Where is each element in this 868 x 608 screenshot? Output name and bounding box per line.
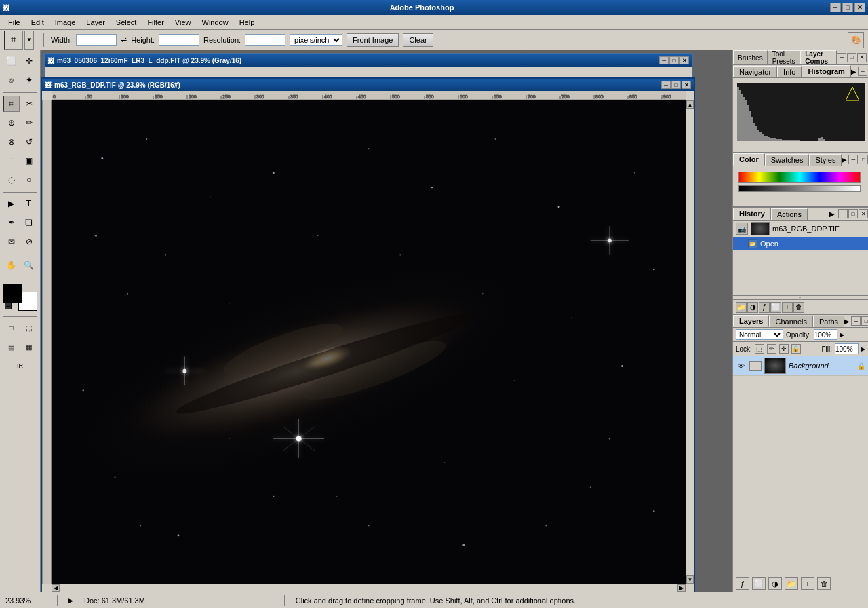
switch-colors-icon[interactable]: ⇄ [5,303,12,309]
h-scrollbar[interactable]: ◀ ▶ [52,584,686,592]
opacity-input[interactable] [814,329,837,340]
width-height-swap-icon[interactable]: ⇌ [121,35,127,44]
scroll-down-btn[interactable]: ▼ [686,575,694,584]
menu-filter[interactable]: Filter [142,17,169,28]
doc-main-minimize[interactable]: ─ [661,81,671,89]
front-image-button[interactable]: Front Image [347,33,399,47]
menu-help[interactable]: Help [234,17,260,28]
create-fill-btn[interactable]: ◑ [747,302,758,313]
tab-paths[interactable]: Paths [813,316,844,327]
color-gradient-bar[interactable] [738,172,861,183]
healing-brush-tool[interactable]: ⊕ [3,115,20,131]
layer-visibility-eye[interactable]: 👁 [736,360,747,371]
status-arrow[interactable]: ▶ [68,597,73,604]
path-selection-tool[interactable]: ▶ [3,195,20,212]
layers-min-btn[interactable]: ─ [851,316,861,326]
menu-file[interactable]: File [3,17,26,28]
scroll-right-btn[interactable]: ▶ [677,584,686,592]
lasso-tool[interactable]: ⌾ [3,72,20,88]
tab-tool-presets[interactable]: Tool Presets [768,50,801,64]
image-display[interactable] [52,100,686,584]
doc-main-close[interactable]: ✕ [682,81,691,89]
doc-back-maximize[interactable]: □ [669,56,679,64]
scroll-left-btn[interactable]: ◀ [52,584,60,592]
history-brush-tool[interactable]: ↺ [21,134,37,150]
tab-navigator[interactable]: Navigator [733,66,777,77]
hist-min-btn[interactable]: ─ [858,66,867,76]
layer-link-icon[interactable] [749,361,762,370]
palette-minimize-btn[interactable]: ─ [837,53,846,62]
brush-tool[interactable]: ✏ [21,115,37,131]
menu-edit[interactable]: Edit [26,17,50,28]
foreground-color-swatch[interactable] [3,284,22,303]
tab-history[interactable]: History [733,208,771,220]
quickmask-mode-btn[interactable]: ⬚ [21,320,37,336]
fill-adj-layer-btn[interactable]: ◑ [768,577,782,590]
opacity-arrow[interactable]: ▶ [840,332,844,338]
delete-layer-btn[interactable]: 🗑 [793,302,804,313]
menu-select[interactable]: Select [111,17,142,28]
new-layer-btn[interactable]: + [782,302,793,313]
imageready-btn[interactable]: IR [12,358,28,374]
tab-info[interactable]: Info [777,66,802,77]
layer-style-btn[interactable]: ƒ [736,577,749,590]
tab-swatches[interactable]: Swatches [765,154,810,166]
layer-mask-btn[interactable]: ⬜ [770,302,781,313]
tab-brushes[interactable]: Brushes [733,50,768,64]
eyedropper-tool[interactable]: ⊘ [21,233,37,250]
close-button[interactable]: ✕ [854,3,865,12]
fill-input[interactable] [835,343,859,354]
layer-item-background[interactable]: 👁 Background 🔒 [733,356,868,376]
group-layers-btn[interactable]: 📁 [785,577,798,590]
dodge-tool[interactable]: ○ [21,172,37,188]
tab-layer-comps[interactable]: Layer Comps [800,50,837,64]
history-options-btn[interactable]: ▶ [827,209,837,218]
fullscreen-btn[interactable]: ▦ [21,339,37,355]
resolution-unit-select[interactable]: pixels/inch pixels/cm [290,34,342,46]
lock-transparency-btn[interactable]: ⬚ [755,344,764,354]
doc-main-maximize[interactable]: □ [671,81,681,89]
menu-layer[interactable]: Layer [81,17,111,28]
layers-options-btn[interactable]: ▶ [844,316,850,326]
blend-mode-select[interactable]: Normal Dissolve Multiply Screen [736,329,783,340]
doc-back-close[interactable]: ✕ [679,56,689,64]
color-bw-bar[interactable] [738,185,861,192]
crop-tool[interactable]: ⌗ [3,96,20,112]
histogram-options-btn[interactable]: ▶ [851,66,856,76]
menu-image[interactable]: Image [50,17,81,28]
type-tool[interactable]: T [21,195,37,212]
create-layer-set-btn[interactable]: 📁 [736,302,747,313]
height-input[interactable] [159,34,199,46]
color-min-btn[interactable]: ─ [848,155,858,164]
lock-all-btn[interactable]: 🔒 [791,344,801,354]
lock-position-btn[interactable]: ✛ [779,344,789,354]
new-layer-add-btn[interactable]: + [801,577,814,590]
history-close-btn[interactable]: ✕ [859,209,868,218]
color-max-btn[interactable]: □ [859,155,868,164]
history-max-btn[interactable]: □ [848,209,858,218]
lock-pixels-btn[interactable]: ✏ [767,344,776,354]
tab-histogram[interactable]: Histogram [802,65,850,77]
delete-layer-trash-btn[interactable]: 🗑 [817,577,831,590]
gradient-tool[interactable]: ▣ [21,153,37,169]
fill-arrow[interactable]: ▶ [861,346,865,352]
blur-tool[interactable]: ◌ [3,172,20,188]
eraser-tool[interactable]: ◻ [3,153,20,169]
hand-tool[interactable]: ✋ [3,257,20,273]
palette-close-btn[interactable]: ✕ [857,53,867,62]
rectangular-marquee-tool[interactable]: ⬜ [3,53,20,69]
history-min-btn[interactable]: ─ [838,209,848,218]
tab-channels[interactable]: Channels [769,316,812,327]
slice-tool[interactable]: ✂ [21,96,37,112]
doc-back-minimize[interactable]: ─ [659,56,669,64]
snapshot-btn[interactable]: 📷 [736,223,748,235]
maximize-button[interactable]: □ [842,3,853,12]
minimize-button[interactable]: ─ [830,3,841,12]
tool-options-arrow[interactable]: ▼ [24,31,34,50]
v-scrollbar[interactable]: ▲ ▼ [686,100,694,584]
tab-styles[interactable]: Styles [809,154,842,166]
width-input[interactable] [76,34,117,46]
menu-view[interactable]: View [170,17,197,28]
color-options-btn[interactable]: ▶ [842,155,847,164]
standard-mode-btn[interactable]: □ [3,320,20,336]
